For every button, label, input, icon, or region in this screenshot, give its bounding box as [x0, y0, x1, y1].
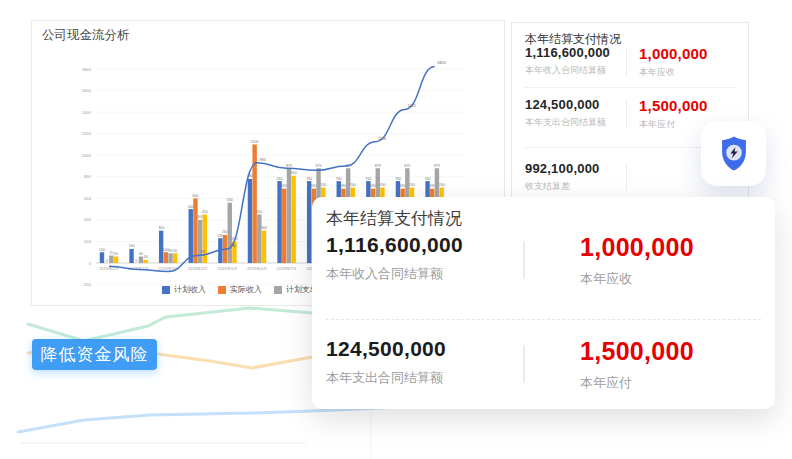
income-settlement-label: 本年收入合同结算额: [525, 64, 626, 77]
svg-text:2019年5月: 2019年5月: [217, 266, 237, 271]
svg-text:700: 700: [320, 183, 326, 187]
popup-payable-label: 本年应付: [580, 374, 694, 392]
svg-text:400: 400: [197, 215, 203, 219]
svg-text:1400: 1400: [82, 110, 92, 115]
svg-text:600: 600: [192, 194, 198, 198]
svg-text:700: 700: [379, 183, 385, 187]
balance-label: 收支结算差: [525, 180, 626, 193]
dashboard: 公司现金流分析 -2000200400600800100012001400160…: [0, 0, 792, 459]
column-divider: [523, 345, 525, 383]
svg-text:879: 879: [434, 164, 440, 168]
svg-text:1200: 1200: [82, 131, 92, 136]
svg-text:930: 930: [260, 158, 266, 162]
popup-income-settlement-value: 1,116,600,000: [326, 233, 523, 257]
svg-text:690: 690: [400, 184, 406, 188]
svg-text:30: 30: [144, 255, 148, 259]
svg-text:760: 760: [365, 177, 371, 181]
income-settlement-value: 1,116,600,000: [525, 45, 626, 60]
svg-text:500: 500: [188, 205, 194, 209]
risk-reduction-badge-label: 降低资金风险: [41, 343, 149, 366]
receivable-value: 1,000,000: [639, 45, 708, 62]
svg-text:760: 760: [306, 177, 312, 181]
svg-text:130: 130: [129, 244, 135, 248]
svg-text:879: 879: [286, 164, 292, 168]
svg-text:1126: 1126: [378, 137, 386, 141]
expense-settlement-value: 124,500,000: [525, 97, 626, 112]
popup-row-income: 1,116,600,000 本年收入合同结算额 1,000,000 本年应收: [326, 233, 694, 288]
legend-item: 计划收入: [162, 284, 206, 295]
svg-text:60: 60: [139, 252, 143, 256]
svg-text:450: 450: [202, 210, 208, 214]
svg-text:600: 600: [84, 196, 92, 201]
column-divider: [626, 163, 627, 191]
svg-text:1824: 1824: [437, 61, 445, 65]
svg-text:260: 260: [222, 230, 228, 234]
svg-text:1600: 1600: [82, 88, 92, 93]
payable-label: 本年应付: [639, 118, 708, 131]
svg-text:810: 810: [291, 171, 297, 175]
svg-text:560: 560: [227, 198, 233, 202]
legend-swatch: [274, 286, 282, 294]
svg-text:700: 700: [409, 183, 415, 187]
svg-text:70: 70: [200, 250, 204, 254]
svg-text:90: 90: [173, 249, 177, 253]
svg-text:0: 0: [135, 259, 137, 263]
legend-label: 计划收入: [174, 284, 206, 295]
dotted-divider: [525, 87, 735, 88]
svg-text:690: 690: [340, 184, 346, 188]
svg-text:300: 300: [261, 226, 267, 230]
popup-expense-settlement-label: 本年支出合同结算额: [326, 369, 523, 387]
payable-value: 1,500,000: [639, 97, 708, 114]
svg-text:690: 690: [370, 184, 376, 188]
svg-text:2019年6月: 2019年6月: [247, 266, 267, 271]
balance-value: 992,100,000: [525, 161, 626, 176]
svg-text:879: 879: [404, 164, 410, 168]
popup-receivable-label: 本年应收: [580, 270, 694, 288]
column-divider: [523, 241, 525, 279]
popup-income-settlement-label: 本年收入合同结算额: [326, 265, 523, 283]
column-divider: [626, 47, 627, 77]
svg-text:1100: 1100: [251, 140, 259, 144]
svg-text:800: 800: [84, 174, 92, 179]
expense-settlement-label: 本年支出合同结算额: [525, 116, 626, 129]
svg-text:760: 760: [425, 177, 431, 181]
svg-text:1000: 1000: [82, 153, 92, 158]
svg-text:879: 879: [316, 164, 322, 168]
svg-text:700: 700: [350, 183, 356, 187]
svg-text:400: 400: [84, 217, 92, 222]
popup-payable-value: 1,500,000: [580, 337, 694, 366]
legend-swatch: [162, 286, 170, 294]
svg-text:879: 879: [375, 164, 381, 168]
risk-reduction-badge[interactable]: 降低资金风险: [32, 339, 157, 370]
receivable-label: 本年应收: [639, 66, 708, 79]
svg-text:0: 0: [106, 259, 108, 263]
shield-badge-card: [701, 121, 766, 186]
svg-text:700: 700: [439, 183, 445, 187]
svg-text:100: 100: [99, 248, 105, 252]
svg-text:1425: 1425: [408, 104, 416, 108]
svg-text:690: 690: [429, 184, 435, 188]
svg-text:1800: 1800: [82, 67, 92, 72]
svg-text:0: 0: [89, 261, 92, 266]
svg-text:2019年4月: 2019年4月: [188, 266, 208, 271]
dashed-divider: [326, 319, 761, 320]
svg-text:130: 130: [230, 244, 236, 248]
svg-text:450: 450: [256, 210, 262, 214]
svg-text:70: 70: [109, 251, 113, 255]
svg-text:90: 90: [169, 249, 173, 253]
svg-text:300: 300: [158, 226, 164, 230]
svg-text:760: 760: [395, 177, 401, 181]
svg-text:690: 690: [281, 184, 287, 188]
settlement-popup-title: 本年结算支付情况: [326, 207, 462, 230]
svg-text:60: 60: [114, 252, 118, 256]
popup-receivable-value: 1,000,000: [580, 233, 694, 262]
settlement-popup: 本年结算支付情况 1,116,600,000 本年收入合同结算额 1,000,0…: [312, 197, 775, 409]
svg-text:760: 760: [336, 177, 342, 181]
column-divider: [626, 99, 627, 129]
svg-text:760: 760: [277, 177, 283, 181]
svg-text:690: 690: [311, 184, 317, 188]
legend-item: 实际收入: [218, 284, 262, 295]
legend-swatch: [218, 286, 226, 294]
popup-expense-settlement-value: 124,500,000: [326, 337, 523, 361]
legend-label: 实际收入: [230, 284, 262, 295]
